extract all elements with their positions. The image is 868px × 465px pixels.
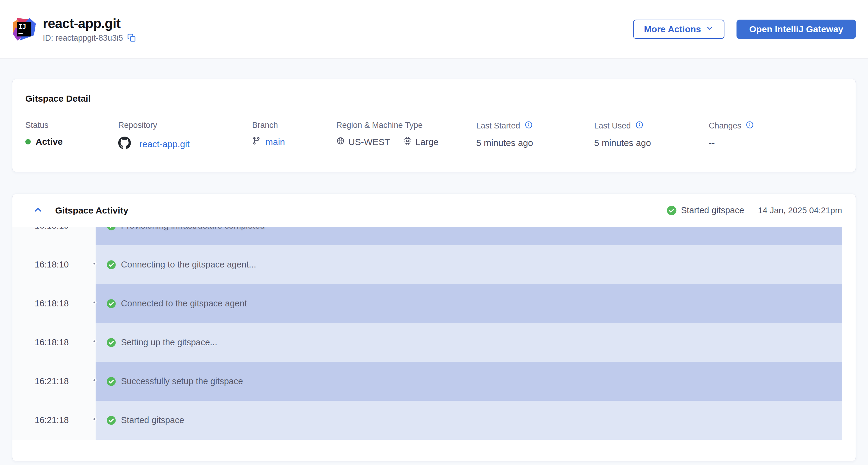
log-timestamp: 16:18:18 — [12, 284, 96, 323]
last-used-label: Last Used — [594, 121, 631, 131]
activity-log-list: 16:18:10 Provisioning infrastructure com… — [12, 227, 856, 440]
intellij-logo-icon: IJ — [12, 17, 36, 41]
branch-label: Branch — [252, 121, 285, 130]
region-machine-label: Region & Machine Type — [336, 121, 438, 130]
log-message: Provisioning infrastructure completed — [121, 227, 265, 231]
last-started-value: 5 minutes ago — [476, 138, 533, 148]
gitspace-id-line: ID: reactappgit-83u3i5 — [43, 33, 136, 43]
repository-link[interactable]: react-app.git — [140, 139, 190, 149]
timeline-dot-icon — [92, 417, 96, 421]
log-row: 16:21:18 Started gitspace — [12, 401, 856, 440]
collapse-activity-button[interactable] — [33, 205, 42, 215]
changes-value: -- — [709, 138, 754, 148]
more-actions-button[interactable]: More Actions — [633, 20, 724, 39]
open-intellij-gateway-button[interactable]: Open IntelliJ Gateway — [737, 20, 856, 39]
log-row: 16:18:10 Connecting to the gitspace agen… — [12, 245, 856, 284]
info-icon[interactable] — [525, 121, 533, 131]
log-message: Successfully setup the gitspace — [121, 376, 243, 386]
log-message: Connected to the gitspace agent — [121, 299, 247, 309]
repository-label: Repository — [118, 121, 190, 130]
github-icon — [118, 136, 131, 151]
active-status-dot-icon — [25, 139, 31, 145]
more-actions-label: More Actions — [644, 24, 701, 34]
timeline-dot-icon — [92, 339, 96, 343]
info-icon[interactable] — [746, 121, 754, 131]
log-row: 16:18:18 Connected to the gitspace agent — [12, 284, 856, 323]
timeline-dot-icon — [92, 378, 96, 382]
header-actions: More Actions Open IntelliJ Gateway — [633, 20, 856, 39]
status-value: Active — [36, 136, 63, 147]
header-left: IJ react-app.git ID: reactappgit-83u3i5 — [12, 16, 136, 43]
check-circle-icon — [666, 205, 677, 216]
cpu-icon — [403, 136, 412, 147]
gitspace-detail-card: Gitspace Detail Status Active Repository… — [12, 79, 856, 172]
page-header: IJ react-app.git ID: reactappgit-83u3i5 — [0, 0, 868, 59]
status-label: Status — [25, 121, 63, 130]
timeline-dot-icon — [92, 261, 96, 266]
chevron-up-icon — [33, 205, 42, 215]
log-timestamp: 16:21:18 — [12, 362, 96, 401]
last-used-value: 5 minutes ago — [594, 138, 651, 148]
check-circle-icon — [106, 377, 116, 386]
chevron-down-icon — [706, 24, 714, 34]
log-timestamp: 16:18:10 — [12, 245, 96, 284]
open-gateway-label: Open IntelliJ Gateway — [749, 24, 843, 34]
field-region-machine: Region & Machine Type US-WEST — [336, 121, 438, 147]
activity-status-label: Started gitspace — [681, 205, 744, 215]
log-message: Connecting to the gitspace agent... — [121, 260, 256, 270]
branch-link[interactable]: main — [266, 137, 285, 147]
log-timestamp: 16:18:10 — [12, 227, 96, 245]
field-repository: Repository react-app.git — [118, 121, 190, 151]
log-timestamp: 16:18:18 — [12, 323, 96, 362]
globe-icon — [336, 136, 345, 147]
check-circle-icon — [106, 227, 116, 231]
check-circle-icon — [106, 338, 116, 347]
git-branch-icon — [252, 136, 260, 147]
activity-card-title: Gitspace Activity — [55, 205, 128, 216]
log-row: 16:18:10 Provisioning infrastructure com… — [12, 227, 856, 245]
field-last-used: Last Used 5 minutes ago — [594, 121, 651, 148]
log-message: Started gitspace — [121, 415, 184, 425]
main-content: Gitspace Detail Status Active Repository… — [0, 59, 868, 461]
log-row: 16:21:18 Successfully setup the gitspace — [12, 362, 856, 401]
page-title: react-app.git — [43, 16, 136, 31]
activity-header: Gitspace Activity Started gitspace 14 Ja… — [12, 194, 856, 227]
log-message: Setting up the gitspace... — [121, 337, 217, 347]
machine-type-value: Large — [415, 137, 438, 147]
svg-text:IJ: IJ — [19, 23, 26, 30]
activity-status-date: 14 Jan, 2025 04:21pm — [758, 206, 842, 215]
timeline-dot-icon — [92, 300, 96, 305]
last-started-label: Last Started — [476, 121, 520, 131]
copy-icon — [127, 33, 136, 43]
detail-card-title: Gitspace Detail — [25, 93, 91, 104]
activity-status: Started gitspace 14 Jan, 2025 04:21pm — [666, 205, 842, 216]
check-circle-icon — [106, 299, 116, 309]
field-branch: Branch main — [252, 121, 285, 147]
field-changes: Changes -- — [709, 121, 754, 148]
gitspace-activity-card: Gitspace Activity Started gitspace 14 Ja… — [12, 194, 856, 461]
info-icon[interactable] — [635, 121, 644, 131]
log-row: 16:18:18 Setting up the gitspace... — [12, 323, 856, 362]
changes-label: Changes — [709, 121, 741, 131]
log-timestamp: 16:21:18 — [12, 401, 96, 440]
region-value: US-WEST — [348, 137, 390, 147]
title-block: react-app.git ID: reactappgit-83u3i5 — [43, 16, 136, 43]
field-last-started: Last Started 5 minutes ago — [476, 121, 533, 148]
check-circle-icon — [106, 260, 116, 270]
field-status: Status Active — [25, 121, 63, 147]
check-circle-icon — [106, 415, 116, 425]
copy-id-button[interactable] — [127, 33, 136, 43]
gitspace-id-label: ID: reactappgit-83u3i5 — [43, 33, 123, 43]
activity-log-viewport[interactable]: 16:18:10 Provisioning infrastructure com… — [12, 227, 856, 440]
